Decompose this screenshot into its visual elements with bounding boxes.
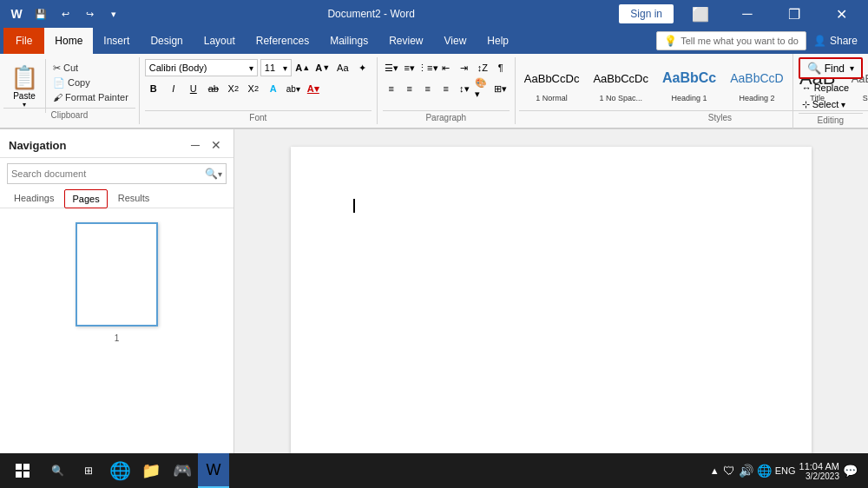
taskbar-word[interactable]: W [198,453,229,488]
tab-help[interactable]: Help [477,28,519,54]
nav-header: Navigation ─ ✕ [0,129,233,158]
style-no-spacing[interactable]: AaBbCcDc 1 No Spac... [588,59,654,106]
bullets-button[interactable]: ☰▾ [383,59,400,76]
bold-button[interactable]: B [145,80,162,97]
highlight-color[interactable]: ab▾ [285,80,302,97]
tab-home[interactable]: Home [44,28,93,54]
align-left[interactable]: ≡ [383,80,400,97]
nav-tab-pages[interactable]: Pages [64,189,107,208]
italic-button[interactable]: I [165,80,182,97]
copy-button[interactable]: 📄 Copy [49,76,132,89]
restore-button[interactable]: ❐ [774,0,814,28]
notification-button[interactable]: 💬 [843,464,858,478]
nav-tabs: Headings Pages Results [0,189,233,208]
tab-review[interactable]: Review [378,28,433,54]
nav-tab-results[interactable]: Results [111,189,157,208]
decrease-indent[interactable]: ⇤ [437,59,455,76]
tab-references[interactable]: References [246,28,319,54]
tray-icon1: 🛡 [723,464,735,478]
replace-button[interactable]: ↔ Replace [799,80,863,96]
strikethrough-button[interactable]: ab [205,80,222,97]
ribbon-display-options[interactable]: ⬜ [681,0,720,28]
page-thumbnail-1[interactable] [76,222,158,326]
increase-indent[interactable]: ⇥ [456,59,473,76]
font-color[interactable]: A▾ [305,80,322,97]
justify[interactable]: ≡ [437,80,455,97]
find-dropdown-arrow[interactable]: ▾ [850,63,854,73]
numbering-button[interactable]: ≡▾ [401,59,418,76]
ribbon-content: 📋 Paste ▾ ✂ Cut 📄 Copy 🖌 Format Painter … [0,54,868,129]
tray-up-arrow[interactable]: ▲ [710,465,720,476]
subscript-button[interactable]: X2 [225,80,242,97]
show-formatting[interactable]: ¶ [492,59,510,76]
taskbar-files[interactable]: 📁 [135,455,167,486]
increase-font-size[interactable]: A▲ [294,59,312,76]
paragraph-group: ☰▾ ≡▾ ⋮≡▾ ⇤ ⇥ ↕Z ¶ ≡ ≡ ≡ ≡ ↕▾ 🎨▾ ⊞▾ [378,57,516,124]
font-size-dropdown[interactable]: 11▾ [260,59,292,76]
find-button[interactable]: 🔍 Find ▾ [799,57,863,79]
tab-layout[interactable]: Layout [194,28,246,54]
select-arrow: ▾ [841,100,845,109]
ribbon: File Home Insert Design Layout Reference… [0,28,868,129]
nav-close-button[interactable]: ✕ [207,136,225,154]
share-button[interactable]: 👤Share [806,35,865,47]
close-button[interactable]: ✕ [821,0,861,28]
style-normal[interactable]: AaBbCcDc 1 Normal [519,59,585,106]
cut-button[interactable]: ✂ Cut [49,61,132,75]
line-spacing[interactable]: ↕▾ [456,80,473,97]
language-indicator[interactable]: ENG [775,465,796,476]
multilevel-list[interactable]: ⋮≡▾ [419,59,437,76]
clear-formatting[interactable]: ✦ [354,59,372,76]
clock[interactable]: 11:04 AM 3/2/2023 [799,461,839,481]
select-icon: ⊹ [802,99,810,110]
minimize-button[interactable]: ─ [727,0,767,28]
tab-design[interactable]: Design [140,28,193,54]
system-tray: ▲ 🛡 🔊 🌐 ENG 11:04 AM 3/2/2023 💬 [703,461,865,481]
style-heading2[interactable]: AaBbCcD Heading 2 [725,59,788,106]
decrease-font-size[interactable]: A▼ [314,59,332,76]
qat-save[interactable]: 💾 [31,4,50,23]
format-painter-button[interactable]: 🖌 Format Painter [49,90,132,104]
taskbar-search[interactable]: 🔍 [42,455,73,486]
tab-file[interactable]: File [3,28,44,54]
qat-customize[interactable]: ▾ [104,4,123,23]
superscript-button[interactable]: X2 [245,80,262,97]
nav-search-box[interactable]: 🔍 ▾ [7,163,227,184]
search-options-arrow[interactable]: ▾ [218,169,222,179]
nav-tab-headings[interactable]: Headings [7,189,61,208]
text-effects[interactable]: A [265,80,282,97]
document-page[interactable] [291,147,812,468]
change-case[interactable]: Aa [334,59,352,76]
borders[interactable]: ⊞▾ [492,80,510,97]
start-button[interactable] [3,453,42,488]
tab-mailings[interactable]: Mailings [319,28,378,54]
taskbar-app3[interactable]: 🎮 [167,455,198,486]
document-area[interactable] [234,129,868,468]
shading[interactable]: 🎨▾ [474,80,491,97]
nav-collapse-button[interactable]: ─ [187,136,204,154]
select-button[interactable]: ⊹ Select ▾ [799,96,863,112]
tray-icons[interactable]: ▲ 🛡 🔊 🌐 ENG [710,464,796,478]
sort[interactable]: ↕Z [474,59,491,76]
word-logo[interactable]: W [7,4,26,23]
qat-undo[interactable]: ↩ [56,4,75,23]
align-right[interactable]: ≡ [419,80,437,97]
text-cursor [353,199,355,213]
paragraph-label: Paragraph [383,110,510,122]
paste-button[interactable]: 📋 Paste ▾ [3,59,46,113]
nav-search-input[interactable] [11,168,205,179]
align-center[interactable]: ≡ [401,80,418,97]
task-view-button[interactable]: ⊞ [73,455,104,486]
style-heading1[interactable]: AaBbCc Heading 1 [657,59,721,106]
signin-button[interactable]: Sign in [619,4,674,23]
underline-button[interactable]: U [185,80,202,97]
font-name-dropdown[interactable]: Calibri (Body)▾ [145,59,258,76]
nav-title: Navigation [9,139,66,152]
tab-view[interactable]: View [434,28,477,54]
svg-rect-2 [16,472,22,478]
tab-insert[interactable]: Insert [93,28,140,54]
qat-redo[interactable]: ↪ [80,4,99,23]
tell-me-box[interactable]: 💡 Tell me what you want to do [656,31,806,50]
editing-group: 🔍 Find ▾ ↔ Replace ⊹ Select ▾ Editing [792,54,868,129]
taskbar-chrome[interactable]: 🌐 [104,455,135,486]
